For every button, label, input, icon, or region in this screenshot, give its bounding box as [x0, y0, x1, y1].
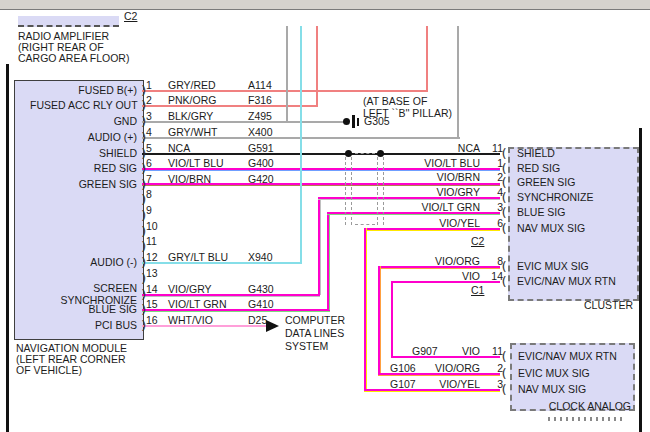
wire-pnk-org-f316-vert [316, 26, 318, 106]
radio-amp-caption-line3: CARGO AREA FLOOR) [18, 53, 129, 65]
pin-label: PCI BUS [30, 320, 137, 332]
wire-color-code: VIO/ORG [380, 363, 480, 375]
wire-color-code: VIO/GRY [380, 187, 480, 199]
pin-number: 8 [146, 189, 152, 201]
wire-gry-lt-blu-x940-vert [300, 26, 302, 263]
pin-number: 2 [146, 95, 152, 107]
ground-bar-thick [352, 115, 355, 128]
computer-data-line3: SYSTEM [285, 341, 328, 353]
radio-amp-connector-label: C2 [124, 11, 137, 23]
pin-label: NAV MUX SIG [518, 384, 586, 396]
wire-color-code: GRY/WHT [168, 127, 217, 139]
circuit-number: X400 [248, 127, 273, 139]
pin-label: GREEN SIG [517, 177, 575, 189]
circuit-number: A114 [248, 80, 272, 92]
cluster-connector-c2-label: C2 [471, 236, 484, 248]
wire-color-code: VIO/LT GRN [380, 202, 480, 214]
inline-connector-top-dash [355, 153, 375, 154]
pin-number: 16 [146, 315, 158, 327]
wire-vio-yel-vert [364, 228, 367, 391]
computer-data-line1: COMPUTER [285, 315, 345, 327]
circuit-number: G410 [248, 299, 274, 311]
pin-number: 3 [480, 379, 503, 391]
pin-number: 11 [480, 346, 503, 358]
wire-color-code: VIO/BRN [168, 174, 211, 186]
circuit-number: G420 [248, 174, 274, 186]
pin-number: 6 [146, 158, 152, 170]
wiring-diagram-page: C2 RADIO AMPLIFIER (RIGHT REAR OF CARGO … [0, 0, 650, 432]
ground-location-line1: (AT BASE OF [363, 96, 427, 108]
off-page-arrow-icon [266, 320, 279, 332]
pin-label: BLUE SIG [30, 304, 137, 316]
circuit-number: G591 [248, 143, 274, 155]
content-top-border [0, 9, 650, 10]
wire-color-code: PNK/ORG [168, 95, 216, 107]
pin-label: RED SIG [30, 163, 137, 175]
pin-label: EVIC MUX SIG [517, 261, 589, 273]
pin-label: SHIELD [517, 148, 555, 160]
pin-number: 14 [146, 284, 158, 296]
wire-color-code: VIO [380, 271, 480, 283]
diagram-left-border [6, 64, 9, 432]
wire-color-code: GRY/LT BLU [168, 252, 228, 264]
pin-label: GREEN SIG [30, 179, 137, 191]
diagram-right-border [639, 128, 642, 432]
ground-dot [343, 118, 350, 125]
pin-label: FUSED B(+) [30, 85, 137, 97]
wire-color-code: VIO/BRN [380, 172, 480, 184]
inline-connector-line-3 [377, 157, 378, 225]
pin-number: 13 [146, 268, 158, 280]
cluster-caption: CLUSTER [533, 300, 633, 312]
wire-gry-red-a114-vert [426, 26, 428, 91]
wire-vio-lt-grn-g410-vert [327, 212, 330, 310]
circuit-number: Z495 [248, 111, 272, 123]
pin-number: 5 [146, 143, 152, 155]
cluster-connector-c1-label: C1 [471, 285, 484, 297]
inline-connector-bottom-dash [355, 224, 375, 225]
pin-number: 1 [480, 158, 503, 170]
pin-number: 10 [146, 221, 158, 233]
pin-number: 3 [146, 111, 152, 123]
pin-number: 9 [146, 205, 152, 217]
pin-number: 14 [480, 271, 503, 283]
pin-label: RED SIG [517, 163, 560, 175]
pin-label: GND [30, 116, 137, 128]
pin-label: AUDIO (+) [30, 132, 137, 144]
ground-bar-thin [357, 118, 359, 126]
pin-label: FUSED ACC RLY OUT [30, 100, 137, 112]
circuit-number: X940 [248, 252, 273, 264]
wire-color-code: VIO/YEL [380, 218, 480, 230]
pin-label: EVIC/NAV MUX RTN [517, 276, 616, 288]
wire-blk-gry-z495-vert [286, 26, 288, 122]
wire-color-code: BLK/GRY [168, 111, 213, 123]
pin-label: AUDIO (-) [30, 257, 137, 269]
wire-color-code: GRY/RED [168, 80, 216, 92]
window-top-bar [0, 0, 650, 9]
pin-number: 6 [480, 218, 503, 230]
wire-color-code: VIO/GRY [168, 284, 212, 296]
wire-color-code: VIO [380, 346, 480, 358]
circuit-number: D25 [248, 315, 267, 327]
wire-gry-wht-x400-vert [457, 26, 459, 138]
pin-number: 1 [146, 80, 152, 92]
wire-color-code: NCA [380, 143, 480, 155]
circuit-number: G430 [248, 284, 274, 296]
wire-color-code: VIO/LT BLU [168, 158, 224, 170]
wire-color-code: VIO/LT BLU [380, 158, 480, 170]
radio-amp-box [18, 16, 119, 27]
clipped-text-artifact [548, 417, 624, 421]
pin-number: 11 [480, 143, 503, 155]
pin-number: 8 [480, 256, 503, 268]
wire-color-code: VIO/YEL [380, 379, 480, 391]
circuit-number: F316 [248, 95, 272, 107]
clock-analog-caption: CLOCK ANALOG [531, 401, 631, 413]
pin-number: 11 [146, 236, 157, 248]
computer-data-line2: DATA LINES [285, 328, 344, 340]
circuit-number: G400 [248, 158, 274, 170]
pin-label: EVIC MUX SIG [518, 368, 590, 380]
pin-label: SYNCHRONIZE [517, 192, 593, 204]
nav-module-caption-line3: OF VEHICLE) [16, 365, 82, 377]
inline-connector-line-1 [345, 157, 346, 225]
pin-label: BLUE SIG [517, 207, 565, 219]
pin-number: 2 [480, 363, 503, 375]
